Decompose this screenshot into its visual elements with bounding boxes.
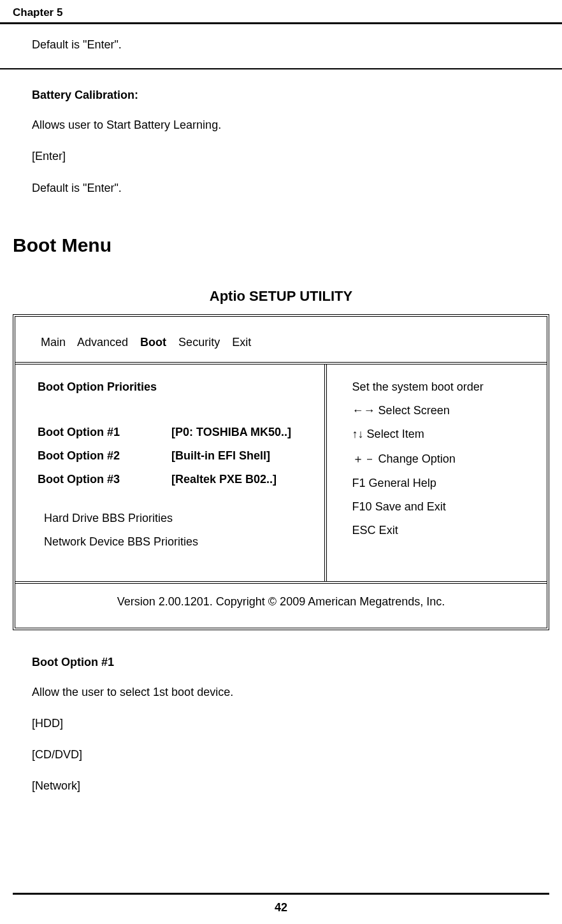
help-esc-exit: ESC Exit (352, 524, 531, 537)
help-save-exit: F10 Save and Exit (352, 500, 531, 514)
boot-option-label: Boot Option #1 (38, 426, 171, 439)
boot-option-1-desc: Allow the user to select 1st boot device… (32, 684, 530, 700)
boot-option-value: [Realtek PXE B02..] (171, 473, 308, 486)
boot-option-1-heading: Boot Option #1 (32, 656, 530, 669)
setup-version-footer: Version 2.00.1201. Copyright © 2009 Amer… (15, 584, 547, 628)
default-enter-text: Default is "Enter". (32, 37, 530, 53)
boot-priorities-title: Boot Option Priorities (38, 380, 308, 394)
page-header: Chapter 5 (0, 0, 562, 24)
tab-exit[interactable]: Exit (232, 336, 251, 349)
divider-line (0, 68, 562, 69)
boot-row[interactable]: Boot Option #1 [P0: TOSHIBA MK50..] (38, 426, 308, 439)
tab-advanced[interactable]: Advanced (77, 336, 128, 349)
page-content: Default is "Enter". Battery Calibration:… (0, 24, 562, 795)
setup-left-panel: Boot Option Priorities Boot Option #1 [P… (15, 365, 327, 581)
boot-option-label: Boot Option #3 (38, 473, 171, 486)
page-number: 42 (0, 895, 562, 924)
setup-body: Boot Option Priorities Boot Option #1 [P… (15, 365, 547, 584)
boot-option-cddvd: [CD/DVD] (32, 747, 530, 763)
help-general-help: F1 General Help (352, 477, 531, 490)
setup-utility-title: Aptio SETUP UTILITY (32, 288, 530, 305)
tab-main[interactable]: Main (41, 336, 66, 349)
tab-security[interactable]: Security (178, 336, 220, 349)
hard-drive-bbs[interactable]: Hard Drive BBS Priorities (38, 512, 308, 525)
boot-row[interactable]: Boot Option #3 [Realtek PXE B02..] (38, 473, 308, 486)
boot-menu-heading: Boot Menu (13, 235, 530, 256)
boot-row[interactable]: Boot Option #2 [Built-in EFI Shell] (38, 449, 308, 463)
page-footer: 42 (0, 893, 562, 924)
boot-option-value: [P0: TOSHIBA MK50..] (171, 426, 308, 439)
network-device-bbs[interactable]: Network Device BBS Priorities (38, 535, 308, 549)
boot-option-value: [Built-in EFI Shell] (171, 449, 308, 463)
help-select-item: ↑↓ Select Item (352, 428, 531, 441)
chapter-label: Chapter 5 (13, 6, 62, 19)
setup-utility-box: Main Advanced Boot Security Exit Boot Op… (13, 314, 549, 630)
boot-option-label: Boot Option #2 (38, 449, 171, 463)
battery-calibration-heading: Battery Calibration: (32, 89, 530, 102)
battery-desc: Allows user to Start Battery Learning. (32, 117, 530, 133)
battery-option: [Enter] (32, 148, 530, 164)
setup-right-panel: Set the system boot order ←→ Select Scre… (327, 365, 547, 581)
boot-option-hdd: [HDD] (32, 716, 530, 732)
help-select-screen: ←→ Select Screen (352, 404, 531, 417)
boot-option-network: [Network] (32, 778, 530, 794)
tab-boot[interactable]: Boot (140, 336, 166, 349)
setup-tabs: Main Advanced Boot Security Exit (15, 317, 547, 365)
help-change-option: ＋－ Change Option (352, 451, 531, 466)
help-description: Set the system boot order (352, 380, 531, 394)
battery-default: Default is "Enter". (32, 180, 530, 196)
